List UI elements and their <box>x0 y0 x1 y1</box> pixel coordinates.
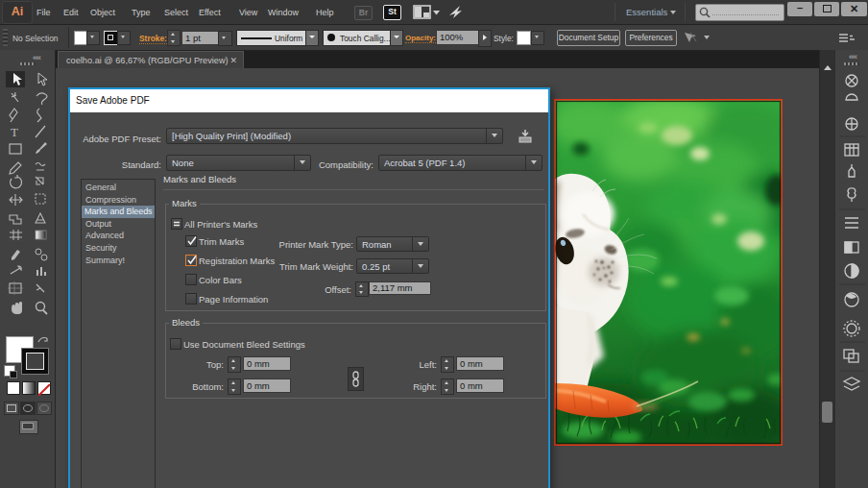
svg-text:T: T <box>11 125 18 139</box>
